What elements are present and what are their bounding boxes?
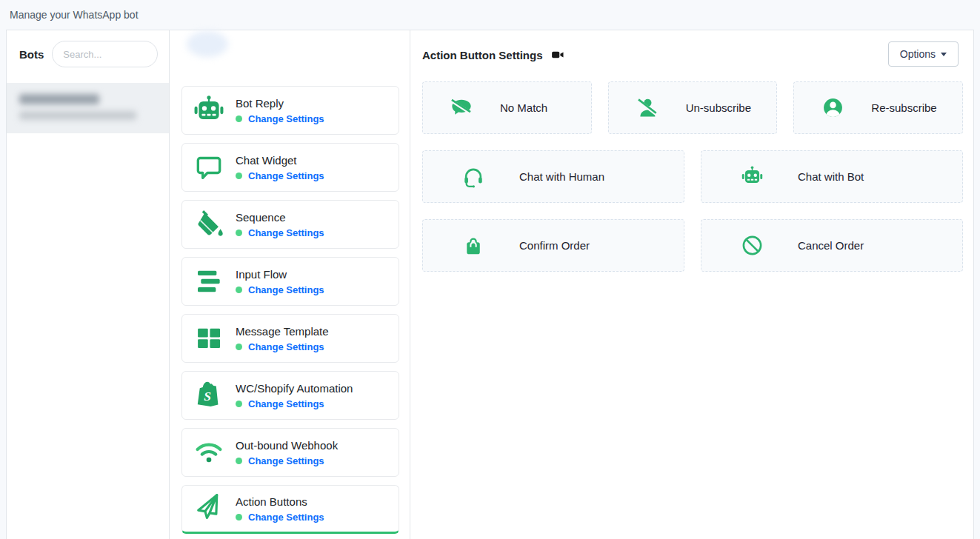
bots-sidebar: Bots <box>7 30 170 539</box>
action-card-un-subscribe[interactable]: Un-subscribe <box>608 81 778 134</box>
chat-bubble-icon <box>192 150 226 184</box>
sidebar-header: Bots <box>7 30 169 78</box>
change-settings-link[interactable]: Change Settings <box>248 455 324 466</box>
feature-card-sequence[interactable]: Sequence Change Settings <box>181 200 399 249</box>
options-button[interactable]: Options <box>888 41 959 67</box>
status-dot <box>236 287 242 293</box>
change-settings-link[interactable]: Change Settings <box>248 113 324 124</box>
page-title: Manage your WhatsApp bot <box>10 9 139 21</box>
ban-icon <box>740 234 764 258</box>
feature-list: Bot Reply Change Settings Chat Widget Ch… <box>170 30 410 539</box>
feature-card-input-flow[interactable]: Input Flow Change Settings <box>181 257 399 306</box>
user-slash-icon <box>636 96 659 120</box>
feature-title: WC/Shopify Automation <box>236 382 353 395</box>
grid-icon <box>192 321 226 355</box>
video-camera-icon[interactable] <box>551 48 564 61</box>
bot-list-item-selected[interactable] <box>7 83 169 133</box>
change-settings-link[interactable]: Change Settings <box>248 284 324 295</box>
feature-card-message-template[interactable]: Message Template Change Settings <box>181 314 399 363</box>
change-settings-link[interactable]: Change Settings <box>248 227 324 238</box>
feature-card-outbound-webhook[interactable]: Out-bound Webhook Change Settings <box>181 428 399 477</box>
action-label: Un-subscribe <box>686 101 751 114</box>
status-dot <box>236 230 242 236</box>
headset-icon <box>461 165 485 189</box>
change-settings-link[interactable]: Change Settings <box>248 512 324 523</box>
change-settings-link[interactable]: Change Settings <box>248 170 324 181</box>
wifi-icon <box>192 435 226 469</box>
status-dot <box>236 514 242 520</box>
status-dot <box>236 344 242 350</box>
feature-card-bot-reply[interactable]: Bot Reply Change Settings <box>181 86 399 135</box>
user-circle-icon <box>821 96 844 120</box>
action-label: Re-subscribe <box>871 101 936 114</box>
svg-text:S: S <box>204 389 211 404</box>
action-label: Chat with Bot <box>798 170 864 183</box>
status-dot <box>236 458 242 464</box>
bot-search-input[interactable] <box>52 41 158 67</box>
action-card-no-match[interactable]: No Match <box>422 81 592 134</box>
feature-card-chat-widget[interactable]: Chat Widget Change Settings <box>181 143 399 192</box>
caret-down-icon <box>941 53 947 56</box>
feature-card-action-buttons[interactable]: Action Buttons Change Settings <box>181 485 399 534</box>
status-dot <box>236 401 242 407</box>
action-label: Chat with Human <box>519 170 604 183</box>
blurred-avatar <box>187 31 228 57</box>
panel-title: Action Button Settings <box>422 49 542 61</box>
status-dot <box>236 173 242 179</box>
action-label: Cancel Order <box>798 239 864 252</box>
status-dot <box>236 116 242 122</box>
feature-title: Bot Reply <box>236 97 324 110</box>
feature-title: Input Flow <box>236 268 324 281</box>
action-label: Confirm Order <box>519 239 590 252</box>
robot-icon <box>192 93 226 127</box>
action-card-chat-with-human[interactable]: Chat with Human <box>422 150 684 203</box>
feature-title: Action Buttons <box>236 495 324 508</box>
action-card-confirm-order[interactable]: Confirm Order <box>422 219 684 272</box>
change-settings-link[interactable]: Change Settings <box>248 398 324 409</box>
comment-slash-icon <box>450 96 473 120</box>
action-card-chat-with-bot[interactable]: Chat with Bot <box>701 150 963 203</box>
paper-plane-icon <box>192 492 226 526</box>
options-button-label: Options <box>900 48 936 60</box>
change-settings-link[interactable]: Change Settings <box>248 341 324 352</box>
action-button-settings-panel: Action Button Settings Options <box>410 30 973 539</box>
feature-title: Chat Widget <box>236 154 324 167</box>
shopify-icon: S <box>192 378 226 412</box>
bots-heading: Bots <box>19 48 44 61</box>
staggered-bars-icon <box>192 264 226 298</box>
feature-title: Message Template <box>236 325 329 338</box>
feature-title: Out-bound Webhook <box>236 439 338 452</box>
shopping-bag-icon <box>461 234 485 258</box>
top-header-bar: Manage your WhatsApp bot <box>0 0 980 30</box>
feature-title: Sequence <box>236 211 324 224</box>
robot-icon <box>740 165 764 189</box>
fill-drip-icon <box>192 207 226 241</box>
action-label: No Match <box>500 101 547 114</box>
action-card-re-subscribe[interactable]: Re-subscribe <box>793 81 963 134</box>
bot-name-redacted <box>19 94 99 104</box>
action-card-cancel-order[interactable]: Cancel Order <box>701 219 963 272</box>
bot-phone-redacted <box>19 111 136 120</box>
main-card: Bots <box>6 30 974 539</box>
feature-card-shopify-automation[interactable]: S WC/Shopify Automation Change Settings <box>181 371 399 420</box>
